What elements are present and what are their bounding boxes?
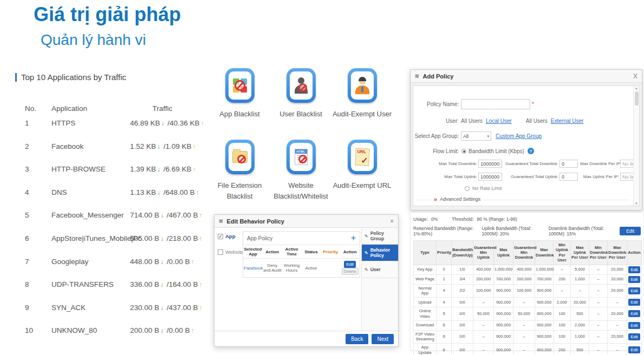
edit-button[interactable]: Edit: [344, 261, 356, 268]
edit-button[interactable]: Edit: [628, 346, 641, 353]
external-user-link[interactable]: External User: [551, 118, 584, 124]
table-row: Download 6 0/0 – 900,000 – 900,000 100 2…: [414, 320, 642, 330]
table-row: Upload 4 0/0 – 900,000 – 900,000 2,000 2…: [414, 298, 642, 307]
edit-bandwidth-button[interactable]: Edit: [620, 227, 641, 235]
table-row: Facebook Deny and Audit Working Hours Ac…: [243, 259, 360, 278]
top10-rows: 1 HTTPS 46.89 KB↓ /40.36 KB↑ 2 Facebook …: [15, 119, 206, 350]
usage-value: 0%: [431, 216, 438, 222]
application-name: Facebook_Messenger: [51, 211, 119, 234]
close-icon[interactable]: X: [633, 73, 638, 80]
scrollbar-thumb[interactable]: [635, 91, 639, 106]
user-row: User: All Users Local User All Users Ext…: [413, 118, 633, 124]
traffic-up-icon: ↑: [191, 327, 194, 334]
dialog-footer: Back Next: [214, 331, 398, 346]
traffic-value: 1.13 KB↓ /648.00 B↑: [119, 188, 206, 212]
feature-app-blacklist[interactable]: App Blacklist: [209, 68, 270, 140]
bandwidth-panel: Usage: 0% Threshold: 80 % (Range: 1-99) …: [410, 212, 644, 351]
bandwidth-table: Type Priority Bandwidth (Down/Up) Guaran…: [413, 240, 642, 355]
feature-file-extension-blacklist[interactable]: File Extension Blacklist: [209, 140, 270, 211]
next-button[interactable]: Next: [372, 334, 394, 344]
policy-name-input[interactable]: [461, 99, 530, 109]
max-total-downlink-input[interactable]: [478, 160, 502, 168]
dialog-title: Edit Behavior Policy: [227, 218, 284, 225]
close-icon[interactable]: ×: [390, 218, 394, 225]
traffic-down-icon: ↓: [160, 327, 164, 334]
selected-app-link[interactable]: Facebook: [244, 266, 263, 271]
nav-item-behavior-policy[interactable]: ✎ Behavior Policy: [362, 245, 398, 261]
app-group-select[interactable]: All ▾: [461, 132, 491, 141]
top10-header: Top 10 Applications by Traffic: [15, 73, 206, 82]
menu-icon: ≡: [219, 217, 223, 225]
table-row: P2P Video Streaming 6 0/0 – 900,000 – 90…: [414, 330, 642, 344]
delete-button[interactable]: Delete: [342, 268, 359, 275]
custom-app-group-link[interactable]: Custom App Group: [496, 133, 542, 139]
app-checkbox[interactable]: [218, 234, 223, 239]
row-number: 4: [15, 188, 51, 212]
audit-exempt-url-icon: URL ✓: [348, 140, 377, 174]
edit-button[interactable]: Edit: [628, 287, 641, 294]
max-downlink-per-ip-label: Max Downlink Per IP:: [580, 161, 619, 166]
prohibited-icon: [237, 155, 246, 163]
guaranteed-total-uplink-input[interactable]: [560, 173, 578, 181]
feature-user-blacklist[interactable]: User Blacklist: [270, 68, 331, 140]
wizard-steps: ✎ Policy Group ✎ Behavior Policy ✎ User: [361, 228, 398, 331]
traffic-up-icon: ↑: [199, 212, 203, 219]
help-icon[interactable]: ?: [528, 148, 534, 154]
scroll-up-icon[interactable]: ▲: [635, 87, 638, 90]
no-rate-limit-label: No Rate Limit: [472, 186, 502, 191]
traffic-down-icon: ↓: [160, 258, 164, 266]
col-status: Status: [301, 245, 321, 259]
policy-name-label: Policy Name:: [413, 101, 459, 107]
edit-button[interactable]: Edit: [628, 333, 641, 340]
chevron-down-icon: ▾: [487, 134, 489, 139]
traffic-up-icon: ↑: [199, 304, 203, 312]
application-name: AppStore|iTunes_Mobile|Pc: [51, 234, 119, 258]
scrollbar[interactable]: ▲ ▼: [633, 86, 639, 206]
max-total-uplink-input[interactable]: [478, 173, 502, 181]
table-row: 3 HTTP-BROWSE 1.39 KB↓ /6.69 KB↑: [15, 165, 206, 188]
table-row: 4 DNS 1.13 KB↓ /648.00 B↑: [15, 188, 206, 212]
nav-item-policy-group[interactable]: ✎ Policy Group: [362, 228, 398, 245]
table-row: Normal App 4 2/2 100,000 900,000 100,000…: [414, 284, 642, 298]
add-policy-icon[interactable]: +: [351, 234, 356, 242]
website-checkbox-row[interactable]: Website: [218, 249, 242, 255]
prohibited-icon: [235, 80, 245, 91]
edit-button[interactable]: Edit: [628, 266, 641, 273]
flow-limit-row: Flow Limit: Bandwidth Limit (Kbps) ?: [413, 148, 633, 154]
edit-button[interactable]: Edit: [628, 310, 641, 317]
row-number: 6: [15, 234, 51, 258]
application-name: DNS: [51, 188, 119, 212]
policy-name-row: Policy Name: *: [413, 99, 633, 109]
feature-audit-exempt-url[interactable]: URL ✓ Audit-Exempt URL: [331, 140, 393, 211]
traffic-value: 1.52 KB↓ /1.09 KB↑: [119, 142, 206, 166]
local-user-link[interactable]: Local User: [486, 118, 512, 124]
traffic-value: 200.00 B↓ /0.00 B↑: [119, 326, 206, 350]
double-chevron-icon: »: [434, 196, 437, 202]
guaranteed-total-downlink-input[interactable]: [560, 160, 578, 168]
scroll-down-icon[interactable]: ▼: [635, 202, 638, 205]
file-extension-blacklist-icon: [225, 140, 255, 174]
top10-title: Top 10 Applications by Traffic: [21, 73, 126, 82]
app-checkbox-row[interactable]: App: [218, 233, 242, 239]
edit-button[interactable]: Edit: [628, 299, 641, 306]
nav-item-user[interactable]: ✎ User: [362, 261, 398, 278]
downlink-bandwidth-text: Downlink Bandwidth (Total: 1000M): 15%: [549, 226, 615, 236]
no-rate-limit-radio[interactable]: [465, 186, 470, 191]
slide-title: Giá trị giải pháp: [34, 3, 181, 26]
edit-button[interactable]: Edit: [628, 276, 641, 283]
traffic-up-icon: ↑: [196, 189, 199, 196]
website-checkbox[interactable]: [218, 249, 223, 255]
prohibited-icon: [298, 83, 307, 92]
top10-panel: Top 10 Applications by Traffic No. Appli…: [15, 73, 206, 350]
bandwidth-limit-radio[interactable]: [461, 149, 466, 154]
traffic-value: 448.00 B↓ /0.00 B↑: [119, 258, 206, 281]
traffic-down-icon: ↓: [160, 212, 164, 219]
back-button[interactable]: Back: [346, 334, 368, 344]
feature-website-blacklist-whitelist[interactable]: HTML Website Blacklist/Whitelist: [270, 140, 331, 211]
advanced-settings-row[interactable]: » Advanced Settings: [413, 196, 633, 203]
add-policy-dialog: ≡ Add Policy X Policy Name: * User: All …: [410, 69, 642, 211]
feature-audit-exempt-user[interactable]: Audit-Exempt User: [331, 68, 393, 140]
edit-button[interactable]: Edit: [628, 322, 641, 329]
pencil-icon: ✎: [365, 267, 368, 272]
top10-column-headers: No. Application Traffic: [15, 104, 206, 113]
